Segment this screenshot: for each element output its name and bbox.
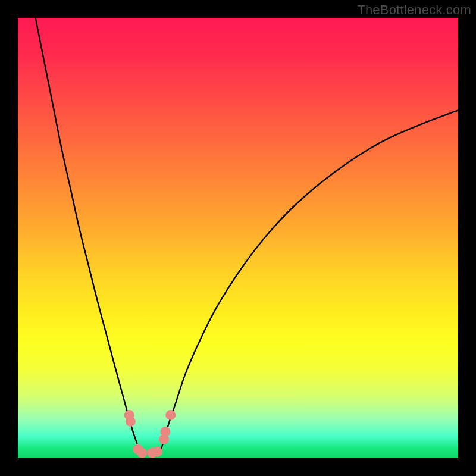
watermark-text: TheBottleneck.com — [357, 2, 471, 18]
marker-point — [165, 410, 176, 420]
marker-point — [152, 446, 162, 456]
plot-area — [18, 18, 458, 458]
curve-left-branch — [36, 18, 140, 453]
marker-point — [160, 427, 170, 437]
marker-point — [126, 416, 136, 427]
curve-layer — [18, 18, 458, 458]
curve-right-branch — [160, 110, 458, 453]
marker-point — [137, 448, 147, 458]
outer-frame: TheBottleneck.com — [0, 0, 476, 476]
